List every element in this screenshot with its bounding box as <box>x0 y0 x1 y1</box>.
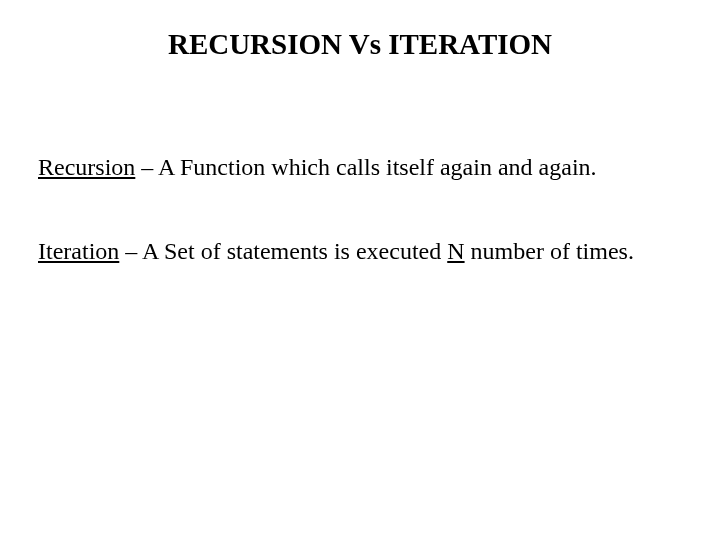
page-title: RECURSION Vs ITERATION <box>98 28 622 61</box>
iteration-definition: Iteration – A Set of statements is execu… <box>38 235 682 267</box>
recursion-term: Recursion <box>38 154 135 180</box>
iteration-term: Iteration <box>38 238 119 264</box>
iteration-n: N <box>447 238 464 264</box>
iteration-description-after: number of times. <box>465 238 634 264</box>
iteration-description-before: – A Set of statements is executed <box>119 238 447 264</box>
recursion-description: – A Function which calls itself again an… <box>135 154 596 180</box>
recursion-definition: Recursion – A Function which calls itsel… <box>38 151 682 183</box>
